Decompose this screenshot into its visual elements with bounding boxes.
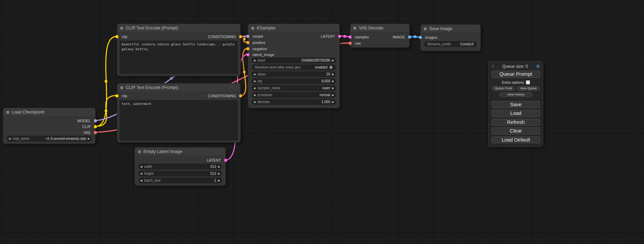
decrement-arrow-icon[interactable]: ◀: [138, 179, 144, 182]
positive-input-port[interactable]: [246, 41, 249, 44]
model-input-port[interactable]: [246, 35, 249, 38]
port-row: vae: [350, 40, 409, 46]
filename-prefix-widget[interactable]: filename_prefix ComfyUI: [424, 41, 477, 47]
load-default-button[interactable]: Load Default: [492, 136, 540, 144]
denoise-widget[interactable]: ◀ denoise 1.000 ▶: [252, 99, 336, 105]
ckpt-name-widget[interactable]: ◀ ckpt_name v1-5-pruned-emaonly.ckpt ▶: [7, 136, 92, 142]
clip-output-port[interactable]: [94, 125, 97, 128]
queue-front-button[interactable]: Queue Front: [492, 86, 515, 91]
latent-output-label: LATENT: [207, 158, 221, 162]
latent-output-port[interactable]: [338, 35, 341, 38]
extra-options-checkbox[interactable]: [526, 80, 530, 84]
save-button[interactable]: Save: [492, 101, 540, 108]
view-history-button[interactable]: View History: [499, 92, 532, 97]
images-input-port[interactable]: [419, 36, 422, 39]
node-title-bar[interactable]: VAE Decode: [350, 24, 409, 33]
scheduler-widget[interactable]: ◀ scheduler normal ▶: [252, 92, 336, 98]
widget-value: enabled: [315, 65, 327, 69]
vae-input-port[interactable]: [349, 42, 352, 45]
node-save-image[interactable]: Save Image images filename_prefix ComfyU…: [420, 24, 481, 51]
settings-gear-icon[interactable]: ⚙: [536, 64, 540, 69]
node-clip-text-encode-negative[interactable]: CLIP Text Encode (Prompt) clip CONDITION…: [117, 83, 241, 143]
conditioning-output-port[interactable]: [239, 35, 242, 38]
model-output-port[interactable]: [94, 119, 97, 123]
decrement-arrow-icon[interactable]: ◀: [252, 80, 257, 83]
negative-prompt-textarea[interactable]: text, watermark: [120, 100, 238, 141]
widget-label: steps: [257, 72, 266, 76]
cfg-widget[interactable]: ◀ cfg 8.000 ▶: [252, 78, 336, 84]
increment-arrow-icon[interactable]: ▶: [330, 73, 336, 76]
decrement-arrow-icon[interactable]: ◀: [138, 172, 144, 175]
vae-output-port[interactable]: [94, 131, 97, 134]
node-title-bar[interactable]: CLIP Text Encode (Prompt): [117, 83, 240, 92]
samples-input-port[interactable]: [349, 36, 352, 39]
node-title-bar[interactable]: Load Checkpoint: [3, 108, 95, 117]
latent-image-input-port[interactable]: [246, 53, 249, 56]
increment-arrow-icon[interactable]: ▶: [330, 59, 336, 62]
collapse-dot[interactable]: [251, 27, 254, 30]
increment-arrow-icon[interactable]: ▶: [216, 165, 222, 168]
clear-button[interactable]: Clear: [492, 127, 540, 135]
increment-arrow-icon[interactable]: ▶: [216, 179, 222, 182]
node-title-bar[interactable]: Save Image: [421, 25, 480, 33]
queue-actions-row: Queue Front View Queue: [492, 86, 540, 91]
collapse-dot[interactable]: [353, 27, 356, 30]
collapse-dot[interactable]: [424, 27, 427, 30]
toggle-dot-icon[interactable]: [329, 66, 333, 69]
collapse-dot[interactable]: [120, 86, 123, 89]
node-ksampler[interactable]: KSampler model LATENT positive negative …: [248, 24, 340, 108]
queue-prompt-button[interactable]: Queue Prompt: [492, 71, 540, 78]
node-title-bar[interactable]: CLIP Text Encode (Prompt): [117, 24, 240, 33]
steps-widget[interactable]: ◀ steps 20 ▶: [252, 71, 336, 77]
conditioning-output-port[interactable]: [239, 94, 242, 98]
collapse-dot[interactable]: [120, 27, 123, 30]
increment-arrow-icon[interactable]: ▶: [330, 87, 336, 90]
node-empty-latent-image[interactable]: Empty Latent Image LATENT ◀ width 512 ▶ …: [134, 147, 226, 186]
increment-arrow-icon[interactable]: ▶: [330, 80, 336, 83]
widget-label: seed: [257, 58, 265, 62]
node-graph-canvas[interactable]: Load Checkpoint MODEL CLIP VAE ◀ ckpt_na…: [0, 0, 644, 244]
node-clip-text-encode-positive[interactable]: CLIP Text Encode (Prompt) clip CONDITION…: [117, 24, 241, 76]
clip-input-port[interactable]: [115, 35, 118, 38]
widget-value: ComfyUI: [460, 42, 474, 46]
increment-arrow-icon[interactable]: ▶: [216, 172, 222, 175]
clip-input-port[interactable]: [115, 94, 118, 98]
sampler-name-widget[interactable]: ◀ sampler_name euler ▶: [252, 85, 336, 91]
negative-input-label: negative: [253, 47, 267, 51]
view-queue-button[interactable]: View Queue: [517, 86, 540, 91]
seed-widget[interactable]: ◀ seed 156680208700286 ▶: [252, 57, 336, 63]
decrement-arrow-icon[interactable]: ◀: [252, 59, 257, 62]
decrement-arrow-icon[interactable]: ◀: [7, 137, 12, 140]
drag-handle-icon[interactable]: ⠿: [492, 64, 494, 68]
node-load-checkpoint[interactable]: Load Checkpoint MODEL CLIP VAE ◀ ckpt_na…: [3, 108, 96, 144]
decrement-arrow-icon[interactable]: ◀: [252, 73, 257, 76]
node-title-bar[interactable]: Empty Latent Image: [135, 147, 226, 156]
increment-arrow-icon[interactable]: ▶: [330, 93, 336, 97]
image-output-label: IMAGE: [393, 35, 405, 39]
random-seed-toggle-widget[interactable]: Random seed after every gen enabled: [252, 64, 336, 70]
decrement-arrow-icon[interactable]: ◀: [252, 87, 257, 90]
load-button[interactable]: Load: [492, 110, 540, 117]
node-title-bar[interactable]: KSampler: [248, 24, 339, 33]
positive-prompt-textarea[interactable]: beautiful scenery nature glass bottle la…: [120, 40, 238, 74]
port-row: model LATENT: [248, 34, 339, 39]
batch-size-widget[interactable]: ◀ batch_size 1 ▶: [138, 178, 222, 183]
vae-output-label: VAE: [83, 130, 91, 135]
increment-arrow-icon[interactable]: ▶: [330, 100, 336, 103]
widget-label: denoise: [257, 100, 270, 104]
collapse-dot[interactable]: [138, 150, 141, 153]
decrement-arrow-icon[interactable]: ◀: [138, 165, 144, 168]
increment-arrow-icon[interactable]: ▶: [86, 137, 92, 140]
latent-output-label: LATENT: [321, 34, 335, 38]
negative-input-port[interactable]: [246, 47, 249, 51]
latent-output-port[interactable]: [224, 159, 227, 162]
collapse-dot[interactable]: [6, 111, 9, 114]
decrement-arrow-icon[interactable]: ◀: [252, 93, 257, 97]
width-widget[interactable]: ◀ width 512 ▶: [138, 164, 222, 170]
decrement-arrow-icon[interactable]: ◀: [252, 100, 257, 103]
image-output-port[interactable]: [408, 36, 411, 39]
node-vae-decode[interactable]: VAE Decode samples IMAGE vae: [350, 24, 410, 48]
widget-value: 512: [210, 172, 216, 175]
refresh-button[interactable]: Refresh: [492, 119, 540, 126]
height-widget[interactable]: ◀ height 512 ▶: [138, 171, 222, 177]
